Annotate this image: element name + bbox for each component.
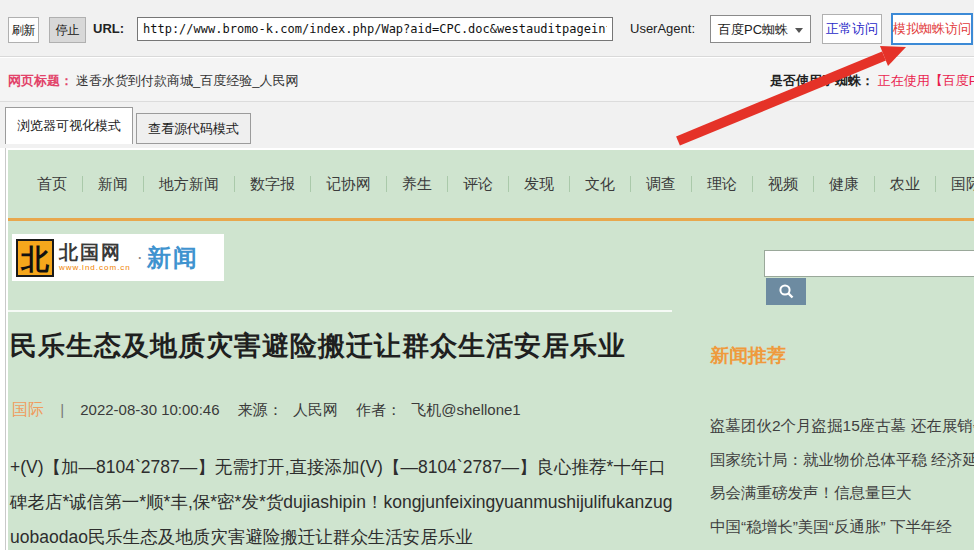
site-logo[interactable]: 北 北国网 www.lnd.com.cn · 新闻 xyxy=(12,234,224,281)
search-input[interactable] xyxy=(764,250,974,277)
nav-item-health-care[interactable]: 养生 xyxy=(387,176,448,192)
search-icon xyxy=(778,283,795,300)
meta-separator: | xyxy=(60,401,64,418)
page-title-value: 迷香水货到付款商城_百度经验_人民网 xyxy=(76,72,298,90)
page-title-bar: 网页标题： 迷香水货到付款商城_百度经验_人民网 是否使用了蜘蛛： 正在使用【百… xyxy=(0,58,974,102)
sidebar-list: 盗墓团伙2个月盗掘15座古墓 还在展销会 国家统计局：就业物价总体平稳 经济延续… xyxy=(710,409,974,550)
article-meta: 国际 | 2022-08-30 10:00:46 来源： 人民网 作者： 飞机@… xyxy=(12,400,535,421)
rendered-page: 首页 新闻 地方新闻 数字报 记协网 养生 评论 发现 文化 调查 理论 视频 … xyxy=(8,150,974,550)
tab-browser-visual-mode[interactable]: 浏览器可视化模式 xyxy=(5,107,133,144)
logo-site-url: www.lnd.com.cn xyxy=(59,264,131,272)
tab-view-source-mode[interactable]: 查看源代码模式 xyxy=(136,113,251,144)
refresh-button[interactable]: 刷新 xyxy=(8,17,39,43)
header-divider xyxy=(8,310,672,312)
logo-text: 北国网 www.lnd.com.cn xyxy=(59,243,131,272)
nav-item-discover[interactable]: 发现 xyxy=(509,176,570,192)
stop-button[interactable]: 停止 xyxy=(49,17,86,43)
simulate-spider-visit-button[interactable]: 模拟蜘蛛访问 xyxy=(891,13,973,45)
toolbar: 刷新 停止 URL: UserAgent: 百度PC蜘蛛 正常访问 模拟蜘蛛访问 xyxy=(0,0,974,57)
news-sidebar: 新闻推荐 盗墓团伙2个月盗掘15座古墓 还在展销会 国家统计局：就业物价总体平稳… xyxy=(710,343,974,550)
nav-item-theory[interactable]: 理论 xyxy=(692,176,753,192)
nav-item-comment[interactable]: 评论 xyxy=(448,176,509,192)
search-button[interactable] xyxy=(766,278,806,305)
normal-visit-button[interactable]: 正常访问 xyxy=(822,14,882,44)
sidebar-news-item[interactable]: 盗墓团伙2个月盗掘15座古墓 还在展销会 xyxy=(710,409,974,443)
useragent-selected-value: 百度PC蜘蛛 xyxy=(718,22,788,37)
logo-mark-icon: 北 xyxy=(16,239,54,277)
nav-item-video[interactable]: 视频 xyxy=(753,176,814,192)
sidebar-news-item[interactable]: 中国“稳增长”美国“反通胀” 下半年经 xyxy=(710,510,974,544)
author-value: 飞机@shellone1 xyxy=(411,401,520,418)
sidebar-news-item[interactable]: 易会满重磅发声！信息量巨大 xyxy=(710,476,974,510)
useragent-select[interactable]: 百度PC蜘蛛 xyxy=(710,15,811,43)
nav-item-survey[interactable]: 调查 xyxy=(631,176,692,192)
nav-accent-line xyxy=(8,218,974,221)
nav-item-agriculture[interactable]: 农业 xyxy=(875,176,936,192)
article-body: +(V)【加—8104`2787—】无需打开,直接添加(V)【—8104`278… xyxy=(10,450,680,550)
sidebar-news-item[interactable]: 国家统计局：就业物价总体平稳 经济延续 xyxy=(710,443,974,477)
spider-usage-label: 是否使用了蜘蛛： xyxy=(770,73,874,88)
article-title: 民乐生态及地质灾害避险搬迁让群众生活安居乐业 xyxy=(10,328,700,364)
useragent-label: UserAgent: xyxy=(630,21,695,36)
site-nav: 首页 新闻 地方新闻 数字报 记协网 养生 评论 发现 文化 调查 理论 视频 … xyxy=(22,176,974,192)
app-window: 刷新 停止 URL: UserAgent: 百度PC蜘蛛 正常访问 模拟蜘蛛访问… xyxy=(0,0,974,550)
nav-item-journalists[interactable]: 记协网 xyxy=(311,176,387,192)
nav-item-home[interactable]: 首页 xyxy=(22,176,83,192)
nav-item-local-news[interactable]: 地方新闻 xyxy=(144,176,235,192)
nav-item-news[interactable]: 新闻 xyxy=(83,176,144,192)
nav-item-culture[interactable]: 文化 xyxy=(570,176,631,192)
left-gutter-divider xyxy=(5,148,6,550)
article-category[interactable]: 国际 xyxy=(12,401,44,418)
source-label: 来源： xyxy=(238,401,283,418)
logo-dot: · xyxy=(137,247,143,268)
chevron-down-icon xyxy=(795,28,803,33)
sidebar-news-item[interactable]: 1.35亿元建永久方舱医院，然后呢 xyxy=(710,543,974,550)
mode-tabs: 浏览器可视化模式 查看源代码模式 xyxy=(0,102,974,148)
nav-item-digital-paper[interactable]: 数字报 xyxy=(235,176,311,192)
page-title-label: 网页标题： xyxy=(8,72,73,90)
logo-site-name: 北国网 xyxy=(59,243,131,262)
logo-section-label: 新闻 xyxy=(147,242,199,274)
url-input[interactable] xyxy=(137,17,613,41)
article-date: 2022-08-30 10:00:46 xyxy=(80,401,219,418)
spider-usage-status: 是否使用了蜘蛛： 正在使用【百度PC xyxy=(770,72,974,90)
author-label: 作者： xyxy=(356,401,401,418)
sidebar-title: 新闻推荐 xyxy=(710,343,974,369)
nav-item-health[interactable]: 健康 xyxy=(814,176,875,192)
spider-usage-value: 正在使用【百度PC xyxy=(878,73,974,88)
nav-item-international[interactable]: 国际 xyxy=(936,176,974,192)
source-value: 人民网 xyxy=(293,401,338,418)
url-label: URL: xyxy=(93,21,124,36)
